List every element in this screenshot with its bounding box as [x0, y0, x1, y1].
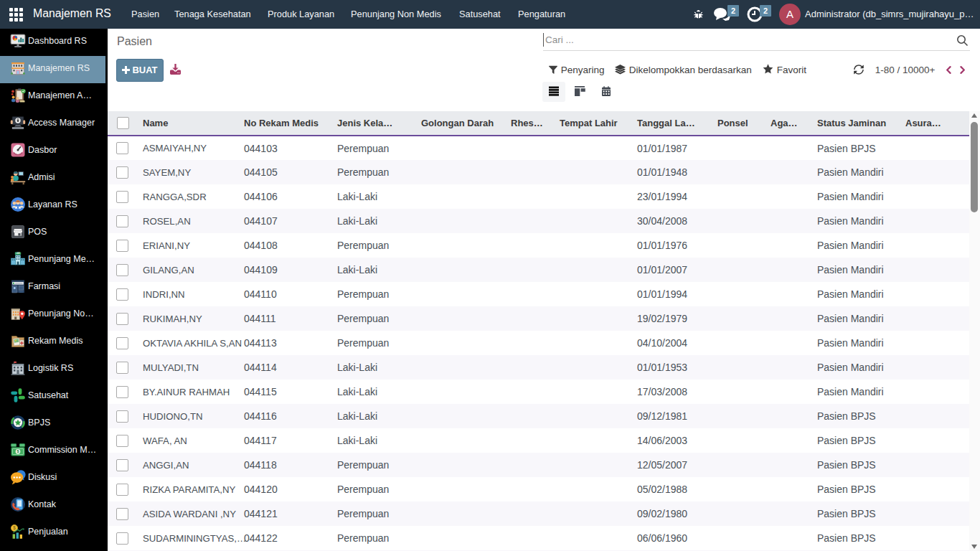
svg-text:$: $ — [13, 525, 16, 531]
svg-text:LAB: LAB — [16, 252, 20, 255]
svg-text:$: $ — [17, 449, 19, 453]
